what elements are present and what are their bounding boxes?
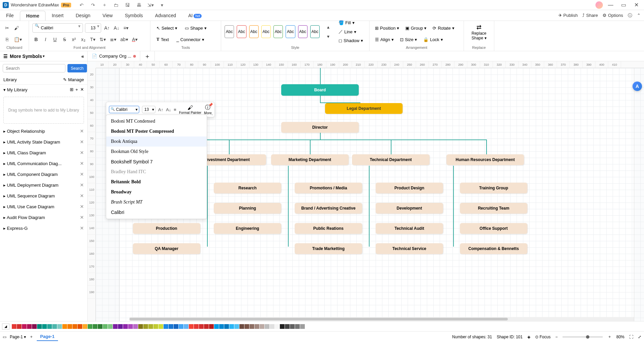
symbol-category-item[interactable]: ▸ UML Sequence Diagram✕ <box>0 190 87 201</box>
node-sub[interactable]: Public Reations <box>295 223 362 234</box>
node-sub[interactable]: Engineering <box>214 223 281 234</box>
style-preset-6[interactable]: Abc <box>286 25 295 38</box>
node-sub[interactable]: Planning <box>214 203 281 214</box>
symbol-category-item[interactable]: ▸ Object Relationship✕ <box>0 126 87 136</box>
float-decrease-font-icon[interactable]: A↓ <box>166 107 171 112</box>
menu-advanced[interactable]: Advanced <box>149 11 182 20</box>
menu-symbols[interactable]: Symbols <box>119 11 149 20</box>
node-dept-marketing[interactable]: Marketing Department <box>271 154 349 165</box>
color-swatch[interactable] <box>194 324 199 329</box>
menu-design[interactable]: Design <box>69 11 96 20</box>
float-size-select[interactable]: 13 <box>142 106 155 113</box>
remove-category-icon[interactable]: ✕ <box>80 128 84 134</box>
node-sub[interactable]: Recruiting Team <box>460 203 527 214</box>
node-sub[interactable]: Promotions / Media <box>295 183 362 193</box>
font-option[interactable]: Britannic Bold <box>106 177 207 187</box>
style-scroll-down-icon[interactable]: ▾ <box>324 32 332 41</box>
node-sub[interactable]: Product Design <box>376 183 443 193</box>
canvas-scrollbar-horizontal[interactable] <box>129 317 634 321</box>
node-sub[interactable]: Research <box>214 183 281 193</box>
color-swatch[interactable] <box>123 324 128 329</box>
style-preset-3[interactable]: Abc <box>249 25 259 38</box>
color-swatch[interactable] <box>280 324 285 329</box>
color-swatch[interactable] <box>37 324 42 329</box>
color-swatch[interactable] <box>255 324 259 329</box>
superscript-icon[interactable]: x² <box>70 35 78 44</box>
node-sub[interactable]: Technical Service <box>376 243 443 254</box>
color-swatch[interactable] <box>67 324 72 329</box>
symbol-category-item[interactable]: ▸ UML Communication Diag...✕ <box>0 158 87 169</box>
symbol-search-button[interactable]: Search <box>67 64 87 72</box>
lib-action-2-icon[interactable]: ＋ <box>75 87 79 92</box>
manage-library-button[interactable]: ✎ Manage <box>63 77 84 82</box>
color-swatch[interactable] <box>158 324 163 329</box>
font-option[interactable]: Calibri <box>106 207 207 217</box>
remove-category-icon[interactable]: ✕ <box>80 225 84 231</box>
node-legal[interactable]: Legal Department <box>325 103 403 114</box>
zoom-out-button[interactable]: − <box>555 335 558 339</box>
node-sub[interactable]: Training Group <box>460 183 527 193</box>
font-family-select[interactable]: Calibri <box>32 23 83 33</box>
node-sub[interactable]: Brand / Advertising Creative <box>295 203 362 214</box>
user-avatar[interactable] <box>595 1 603 9</box>
collapse-panel-icon[interactable]: « <box>81 54 84 59</box>
menu-view[interactable]: View <box>96 11 119 20</box>
position-button[interactable]: ⊞ Position▾ <box>373 24 401 32</box>
page-selector[interactable]: Page-1 ▾ <box>10 335 26 339</box>
color-swatch[interactable] <box>88 324 92 329</box>
font-option[interactable]: Bradley Hand ITC <box>106 167 207 177</box>
symbol-search-input[interactable] <box>3 64 65 72</box>
remove-category-icon[interactable]: ✕ <box>80 193 84 198</box>
color-swatch[interactable] <box>93 324 97 329</box>
remove-category-icon[interactable]: ✕ <box>80 139 84 145</box>
color-swatch[interactable] <box>143 324 148 329</box>
strike-icon[interactable]: S̶ <box>61 35 68 44</box>
document-tab[interactable]: 📄 Company Org ... <box>88 51 140 61</box>
node-director[interactable]: Director <box>281 122 359 133</box>
page-tab-1[interactable]: Page-1 <box>37 333 58 341</box>
new-tab-button[interactable]: ＋ <box>140 51 155 61</box>
focus-button[interactable]: ⊙ Focus <box>535 335 551 339</box>
color-swatch[interactable] <box>275 324 280 329</box>
color-swatch[interactable] <box>179 324 183 329</box>
remove-category-icon[interactable]: ✕ <box>80 161 84 166</box>
my-library-dropzone[interactable]: Drag symbols here to add to My Library <box>3 97 84 124</box>
shape-tool[interactable]: ▭ Shape ▾ <box>182 24 209 32</box>
cut-icon[interactable]: ✂ <box>3 24 11 32</box>
color-swatch[interactable] <box>199 324 204 329</box>
color-swatch[interactable] <box>62 324 67 329</box>
color-swatch[interactable] <box>27 324 32 329</box>
rotate-button[interactable]: ⟳ Rotate▾ <box>431 24 456 32</box>
line-button[interactable]: ／ Line ▾ <box>336 27 366 36</box>
connector-tool[interactable]: ⎯ Connector ▾ <box>174 36 207 43</box>
color-swatch[interactable] <box>285 324 290 329</box>
increase-font-icon[interactable]: A↑ <box>103 24 111 32</box>
color-swatch[interactable] <box>22 324 27 329</box>
color-swatch[interactable] <box>270 324 274 329</box>
color-swatch[interactable] <box>169 324 173 329</box>
float-align-icon[interactable]: ≡ <box>174 107 176 112</box>
minimize-icon[interactable]: — <box>606 1 616 9</box>
replace-shape-button[interactable]: ⇄ Replace Shape ▾ <box>467 22 491 42</box>
color-swatch[interactable] <box>42 324 47 329</box>
color-swatch[interactable] <box>12 324 17 329</box>
font-option[interactable]: Book Antiqua <box>106 136 207 147</box>
color-swatch[interactable] <box>265 324 269 329</box>
color-swatch[interactable] <box>153 324 158 329</box>
fullscreen-icon[interactable]: ⤢ <box>638 335 641 339</box>
my-library-toggle[interactable]: ▾ My Library <box>3 87 27 92</box>
print-icon[interactable]: 🖶 <box>135 1 143 9</box>
text-tool[interactable]: 𝐓 Text <box>154 35 172 43</box>
menu-ai[interactable]: AIhot <box>182 11 208 20</box>
color-swatch[interactable] <box>128 324 133 329</box>
line-spacing-icon[interactable]: ⇅▾ <box>98 35 107 44</box>
font-option[interactable]: Bookshelf Symbol 7 <box>106 157 207 167</box>
color-swatch[interactable] <box>98 324 103 329</box>
fill-button[interactable]: 🪣 Fill ▾ <box>336 19 366 27</box>
style-preset-4[interactable]: Abc <box>261 25 271 38</box>
text-case-icon[interactable]: T▾ <box>89 35 96 44</box>
style-scroll-up-icon[interactable]: ▴ <box>324 23 332 31</box>
undo-icon[interactable]: ↶ <box>78 1 85 9</box>
color-swatch[interactable] <box>250 324 254 329</box>
node-board[interactable]: Board <box>281 84 359 96</box>
